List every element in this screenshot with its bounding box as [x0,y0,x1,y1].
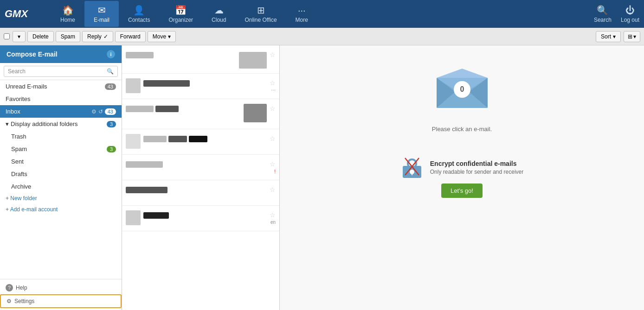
star-icon[interactable]: ☆ [270,79,276,87]
star-icon[interactable]: ☆ [270,160,276,168]
additional-badge: 3 [107,121,116,127]
sidebar-item-sent[interactable]: Sent [0,155,122,168]
envelope-svg: 0 [434,69,490,110]
email-block [155,106,179,112]
email-row[interactable]: ☆ en [122,206,279,231]
email-block [126,106,154,112]
sidebar-search-input[interactable]: Search 🔍 [4,66,118,77]
gmx-logo: GMX [5,8,42,20]
sidebar-item-spam[interactable]: Spam 3 [0,143,122,155]
star-icon[interactable]: ☆ [270,51,276,58]
sort-chevron-icon: ▾ [613,33,616,40]
logout-icon: ⏻ [625,5,635,16]
nav-item-search[interactable]: 🔍 Search [594,5,612,23]
help-button[interactable]: ? Help [0,281,122,294]
more-icon: ··· [298,5,306,16]
settings-icon: ⚙ [6,298,12,304]
email-blocks [143,80,267,87]
forward-button[interactable]: Forward [115,31,146,42]
reply-button[interactable]: Reply ✓ [82,31,113,42]
delete-button[interactable]: Delete [27,31,54,42]
avatar [126,134,141,149]
email-row[interactable]: ☆ [122,180,279,206]
sidebar-item-trash[interactable]: Trash [0,130,122,143]
sidebar-item-unread[interactable]: Unread E-mails 43 [0,80,122,93]
nav-item-organizer[interactable]: 📅 Organizer [159,1,202,27]
settings-folder-icon[interactable]: ⚙ [91,108,97,115]
nav-item-online-office[interactable]: ⊞ Online Office [235,1,286,27]
nav-items: 🏠 Home ✉ E-mail 👤 Contacts 📅 Organizer ☁… [51,1,594,27]
email-content [143,134,267,142]
help-label: Help [16,285,27,291]
encrypt-title: Encrypt confidential e-mails [430,160,523,167]
avatar [244,104,267,122]
select-all-checkbox[interactable] [4,33,10,39]
inbox-actions: ⚙ ↺ 43 [91,108,116,115]
email-content [126,185,267,193]
sidebar-item-inbox[interactable]: Inbox ⚙ ↺ 43 [0,105,122,118]
nav-item-cloud[interactable]: ☁ Cloud [202,1,235,27]
spam-label: Spam [61,33,75,40]
sidebar-item-additional-folders[interactable]: ▾ Display additional folders 3 [0,118,122,130]
star-icon[interactable]: ☆ [270,105,276,112]
lets-go-button[interactable]: Let's go! [441,183,483,198]
unread-badge: 43 [105,83,116,90]
compose-button[interactable]: Compose E-mail i [0,45,122,63]
refresh-icon[interactable]: ↺ [98,108,103,115]
nav-item-logout[interactable]: ⏻ Log out [621,5,639,23]
new-folder-link[interactable]: + New folder [0,193,122,204]
sidebar-item-drafts[interactable]: Drafts [0,168,122,180]
spam-button[interactable]: Spam [56,31,80,42]
sort-button[interactable]: Sort ▾ [596,31,621,42]
favorites-label: Favorites [6,95,30,102]
nav-label-home: Home [60,17,75,23]
add-account-link[interactable]: + Add e-mail account [0,204,122,215]
email-blocks [126,161,267,168]
help-icon: ? [6,284,13,291]
toolbar-right: Sort ▾ ⊞ ▾ [596,31,640,42]
sidebar: Compose E-mail i Search 🔍 Unread E-mails… [0,45,122,310]
organizer-icon: 📅 [175,5,187,16]
delete-label: Delete [32,33,49,40]
email-block [168,136,187,142]
sidebar-item-archive[interactable]: Archive [0,180,122,193]
search-box: Search 🔍 [0,63,122,80]
email-row[interactable]: ☆ ⋯ [122,74,279,99]
email-block [143,80,190,87]
star-icon[interactable]: ☆ [270,186,276,193]
move-button[interactable]: Move ▾ [148,31,176,42]
email-block [189,136,207,142]
nav-label-more: More [296,17,308,23]
collapse-icon: ▾ [6,120,9,127]
email-row[interactable]: ☆ [122,45,279,74]
sidebar-item-favorites[interactable]: Favorites [0,93,122,105]
nav-item-home[interactable]: 🏠 Home [51,1,84,27]
star-icon[interactable]: ☆ [270,211,276,219]
encrypt-subtitle: Only readable for sender and receiver [430,169,523,175]
email-row[interactable]: ☆ [122,99,279,129]
email-content [143,210,267,219]
search-placeholder: Search [8,68,26,75]
avatar [126,210,141,225]
star-icon[interactable]: ☆ [270,135,276,142]
email-row[interactable]: ☆ [122,129,279,155]
email-block [126,161,163,168]
avatar [239,52,267,69]
layout-chevron-icon: ▾ [633,33,636,40]
email-row[interactable]: ☆ ! [122,155,279,180]
inbox-label-group: Inbox [6,108,20,115]
trash-label: Trash [11,133,26,140]
settings-button[interactable]: ⚙ Settings [0,294,122,308]
avatar [126,78,141,93]
email-more-indicator: ⋯ [271,88,276,93]
nav-item-email[interactable]: ✉ E-mail [84,1,119,27]
nav-item-more[interactable]: ··· More [286,1,317,27]
chevron-dropdown-button[interactable]: ▾ [13,31,26,42]
layout-button[interactable]: ⊞ ▾ [624,31,640,42]
email-blocks [126,187,267,193]
nav-label-contacts: Contacts [128,17,150,23]
nav-item-contacts[interactable]: 👤 Contacts [119,1,159,27]
email-block [126,187,167,193]
email-content [126,104,241,112]
sidebar-footer: ? Help ⚙ Settings [0,279,122,310]
